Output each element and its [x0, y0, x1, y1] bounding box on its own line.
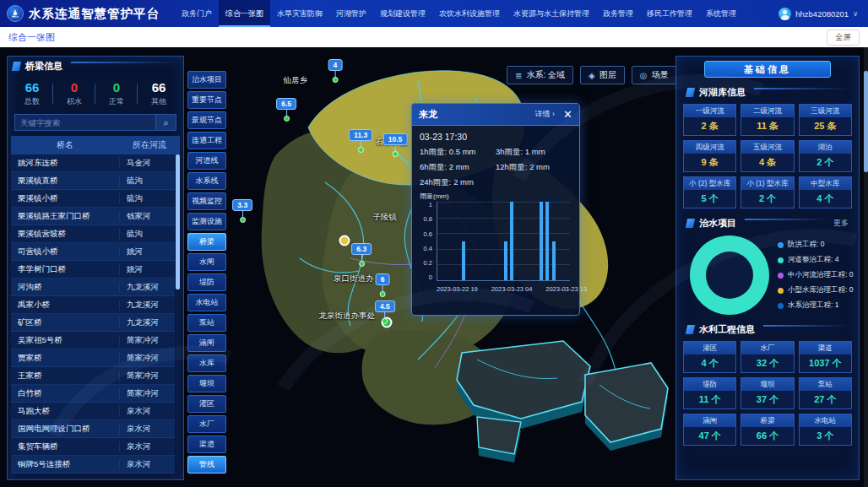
stat-tile[interactable]: 灌区 4 个: [683, 341, 736, 373]
map-control-button[interactable]: ≣ 水系: 全域: [507, 66, 573, 84]
layer-menu-item[interactable]: 河道线: [187, 152, 226, 170]
layer-menu-item[interactable]: 水厂: [187, 415, 226, 433]
page-scrollbar[interactable]: [864, 47, 868, 487]
table-row[interactable]: 栗溪镇营坡桥 硫沟: [11, 225, 175, 243]
stat-tile[interactable]: 三级河流 25 条: [799, 104, 852, 136]
stat-tile[interactable]: 中型水库 4 个: [799, 176, 852, 208]
station-marker[interactable]: 3.3: [232, 199, 252, 223]
table-row[interactable]: 白竹桥 简家冲河: [11, 385, 175, 403]
layer-menu-item[interactable]: 涵闸: [187, 334, 226, 352]
table-row[interactable]: 姚河东连桥 马金河: [11, 154, 175, 172]
layer-menu-item[interactable]: 水系线: [187, 172, 226, 190]
stat-tile[interactable]: 四级河流 9 条: [683, 140, 736, 172]
table-row[interactable]: 铜牌5号连接桥 泉水河: [11, 456, 175, 473]
table-row[interactable]: 矿区桥 九龙溪河: [11, 314, 175, 332]
nav-menu-item[interactable]: 水旱灾害防御: [270, 0, 329, 27]
station-marker[interactable]: 6: [376, 273, 390, 297]
poi-yellow-icon[interactable]: [339, 235, 350, 246]
nav-menu-item[interactable]: 政务管理: [596, 0, 640, 27]
station-marker[interactable]: 6.3: [351, 243, 372, 267]
station-marker[interactable]: 6.5: [276, 98, 296, 122]
table-row[interactable]: 马跑大桥 泉水河: [11, 403, 175, 420]
table-row[interactable]: 禹家小桥 九龙溪河: [11, 296, 175, 314]
nav-menu-item[interactable]: 综合一张图: [219, 0, 270, 27]
table-row[interactable]: 栗溪镇直桥 硫沟: [11, 172, 175, 190]
breadcrumb[interactable]: 综合一张图: [8, 31, 55, 44]
table-row[interactable]: 吴家祖5号桥 简家冲河: [11, 332, 175, 349]
stat-tile[interactable]: 堰坝 37 个: [741, 377, 794, 409]
stat-tile[interactable]: 湖泊 2 个: [799, 140, 852, 172]
search-icon[interactable]: ⌕: [155, 115, 176, 130]
table-scrollbar[interactable]: [176, 154, 180, 476]
layer-menu-item[interactable]: 监测设施: [187, 213, 226, 230]
layer-menu-item[interactable]: 堤防: [187, 273, 226, 291]
layer-menu-item[interactable]: 视频监控: [187, 192, 226, 210]
table-row[interactable]: 国网电网理设门口桥 泉水河: [11, 420, 175, 438]
stat-tile[interactable]: 桥梁 66 个: [741, 414, 794, 446]
layer-menu-item[interactable]: 桥梁: [187, 233, 226, 251]
table-row[interactable]: 栗溪镇小桥 硫沟: [11, 190, 175, 208]
table-row[interactable]: 集贸车辆桥 泉水河: [11, 438, 175, 456]
layer-menu-item[interactable]: 堰坝: [187, 375, 226, 392]
layer-menu-item[interactable]: 景观节点: [187, 111, 226, 129]
donut-chart: [690, 235, 769, 315]
nav-menu-item[interactable]: 河湖管护: [329, 0, 373, 27]
stat-tile[interactable]: 五级河流 4 条: [741, 140, 794, 172]
layer-menu-item[interactable]: 治水项目: [187, 71, 226, 89]
marker-stem: [394, 145, 395, 151]
layer-menu-item[interactable]: 水闸: [187, 253, 226, 271]
nav-menu-item[interactable]: 移民工作管理: [640, 0, 699, 27]
basic-info-button[interactable]: 基础信息: [704, 61, 831, 78]
station-marker[interactable]: 10.5: [383, 133, 408, 157]
nav-menu-item[interactable]: 系统管理: [699, 0, 743, 27]
table-scrollbar-thumb[interactable]: [176, 154, 180, 289]
stat-tile[interactable]: 泵站 27 个: [799, 377, 852, 409]
logo-wrap: 水系连通智慧管护平台: [0, 5, 175, 22]
layer-menu-item[interactable]: 管线: [187, 456, 226, 473]
stat-tile[interactable]: 水电站 3 个: [799, 414, 852, 446]
nav-menu-item[interactable]: 规划建设管理: [373, 0, 432, 27]
map-control-icon: ≣: [515, 71, 522, 80]
table-row[interactable]: 李学树门口桥 姚河: [11, 261, 175, 279]
rain-metric: 3h雨量: 1 mm: [496, 147, 572, 158]
layer-menu-item[interactable]: 泵站: [187, 314, 226, 332]
bridge-name-cell: 王家桥: [11, 371, 119, 381]
station-value-badge: 6.3: [351, 243, 372, 255]
stat-tile[interactable]: 涵闸 47 个: [683, 414, 736, 446]
table-row[interactable]: 王家桥 简家冲河: [11, 367, 175, 385]
stat-tile[interactable]: 小 (1) 型水库 2 个: [741, 176, 794, 208]
table-row[interactable]: 河沟桥 九龙溪河: [11, 279, 175, 296]
map-control-button[interactable]: ◈ 图层: [580, 66, 625, 84]
stat-tile[interactable]: 水厂 32 个: [741, 341, 794, 373]
legend-label: 防洪工程: 0: [788, 240, 824, 250]
layer-menu-item[interactable]: 水库: [187, 354, 226, 372]
stat-tile[interactable]: 小 (2) 型水库 5 个: [683, 176, 736, 208]
stat-tile[interactable]: 堤防 11 个: [683, 377, 736, 409]
station-marker[interactable]: 11.3: [349, 129, 372, 153]
layer-menu-item[interactable]: 水电站: [187, 294, 226, 311]
stat-tile[interactable]: 渠道 1037 个: [799, 341, 852, 373]
layer-menu-item[interactable]: 渠道: [187, 436, 226, 453]
nav-menu-item[interactable]: 政务门户: [175, 0, 219, 27]
layer-menu-item[interactable]: 灌区: [187, 395, 226, 413]
table-row[interactable]: 司营镇小桥 姚河: [11, 243, 175, 261]
user-menu[interactable]: hhzb42080201 ∨: [778, 8, 868, 20]
layer-menu-item[interactable]: 连通工程: [187, 132, 226, 149]
page-scrollbar-thumb[interactable]: [864, 71, 868, 172]
stat-tile[interactable]: 一级河流 2 条: [683, 104, 736, 136]
layer-menu-item[interactable]: 重要节点: [187, 91, 226, 109]
table-row[interactable]: 栗溪镇路王家门口桥 钱家河: [11, 208, 175, 225]
stat-tile[interactable]: 二级河流 11 条: [741, 104, 794, 136]
more-link[interactable]: 更多: [833, 218, 849, 229]
table-row[interactable]: 贾家桥 简家冲河: [11, 349, 175, 367]
tile-value: 4 条: [741, 154, 793, 171]
nav-menu-item[interactable]: 农饮水利设施管理: [432, 0, 507, 27]
close-icon[interactable]: ✕: [563, 109, 572, 120]
search-input[interactable]: [15, 115, 155, 130]
map-control-button[interactable]: ◎ 场景: [632, 66, 677, 84]
popup-detail-link[interactable]: 详情 ›: [535, 109, 556, 120]
nav-menu-item[interactable]: 水资源与水土保持管理: [507, 0, 596, 27]
fullscreen-button[interactable]: 全屏: [827, 30, 860, 46]
station-marker[interactable]: 4: [328, 59, 343, 83]
station-marker[interactable]: 4.5: [375, 300, 395, 324]
